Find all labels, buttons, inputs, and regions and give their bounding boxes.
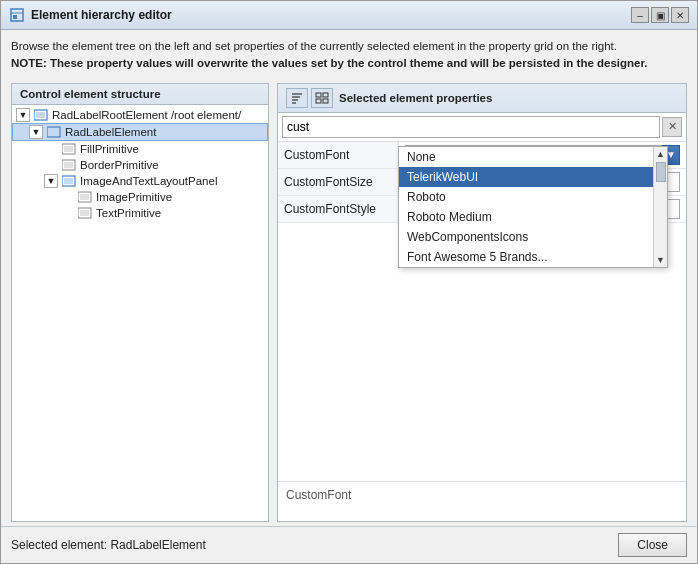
- title-bar-controls: – ▣ ✕: [631, 7, 689, 23]
- right-panel-header: Selected element properties: [278, 84, 686, 113]
- leaf-spacer-fill: [44, 142, 58, 156]
- svg-rect-10: [64, 162, 73, 168]
- icon-text: [77, 206, 93, 220]
- font-dropdown-overlay: None TelerikWebUI Roboto Roboto Medium W…: [398, 146, 668, 268]
- svg-rect-12: [64, 178, 73, 184]
- category-icon-btn[interactable]: [311, 88, 333, 108]
- tree-item-image[interactable]: ImagePrimitive: [12, 189, 268, 205]
- svg-rect-23: [316, 99, 321, 103]
- description-footer: CustomFont: [278, 481, 686, 521]
- search-clear-button[interactable]: ✕: [662, 117, 682, 137]
- description-line2: NOTE: These property values will overwri…: [11, 55, 687, 72]
- search-bar: ✕: [278, 113, 686, 142]
- description-line1: Browse the element tree on the left and …: [11, 38, 687, 55]
- selected-element-label: Selected element: RadLabelElement: [11, 538, 206, 552]
- right-panel: Selected element properties ✕ CustomFont…: [277, 83, 687, 523]
- tree-item-fill[interactable]: FillPrimitive: [12, 141, 268, 157]
- scroll-down-arrow[interactable]: ▼: [654, 253, 667, 267]
- minimize-button[interactable]: –: [631, 7, 649, 23]
- title-bar-title: Element hierarchy editor: [31, 8, 625, 22]
- dropdown-item-roboto[interactable]: Roboto: [399, 187, 667, 207]
- expand-root[interactable]: ▼: [16, 108, 30, 122]
- svg-rect-2: [13, 15, 17, 19]
- prop-name-customfont: CustomFont: [278, 142, 398, 169]
- tree-area[interactable]: ▼ RadLabelRootElement /root element/ ▼: [12, 105, 268, 522]
- expand-imagelayout[interactable]: ▼: [44, 174, 58, 188]
- maximize-button[interactable]: ▣: [651, 7, 669, 23]
- svg-rect-22: [323, 93, 328, 97]
- close-title-button[interactable]: ✕: [671, 7, 689, 23]
- tree-label-radlabel: RadLabelElement: [65, 126, 156, 138]
- scroll-up-arrow[interactable]: ▲: [654, 147, 667, 161]
- close-button[interactable]: Close: [618, 533, 687, 557]
- svg-rect-4: [36, 112, 45, 118]
- dropdown-item-webcomponents[interactable]: WebComponentsIcons: [399, 227, 667, 247]
- description-footer-text: CustomFont: [286, 488, 351, 502]
- leaf-spacer-border: [44, 158, 58, 172]
- dialog: Element hierarchy editor – ▣ ✕ Browse th…: [0, 0, 698, 564]
- tree-item-imagelayout[interactable]: ▼ ImageAndTextLayoutPanel: [12, 173, 268, 189]
- tree-label-border: BorderPrimitive: [80, 159, 159, 171]
- left-panel-header: Control element structure: [12, 84, 268, 105]
- icon-image: [77, 190, 93, 204]
- icon-radlabel: [46, 125, 62, 139]
- sort-icon-btn[interactable]: [286, 88, 308, 108]
- dropdown-item-none[interactable]: None: [399, 147, 667, 167]
- icon-root-element: [33, 108, 49, 122]
- leaf-spacer-image: [60, 190, 74, 204]
- leaf-spacer-text: [60, 206, 74, 220]
- svg-rect-21: [316, 93, 321, 97]
- dropdown-item-fontawesome[interactable]: Font Awesome 5 Brands...: [399, 247, 667, 267]
- icon-fill: [61, 142, 77, 156]
- tree-item-border[interactable]: BorderPrimitive: [12, 157, 268, 173]
- svg-rect-14: [80, 194, 89, 200]
- icon-imagelayout: [61, 174, 77, 188]
- prop-name-customfontstyle: CustomFontStyle: [278, 195, 398, 222]
- tree-label-imagelayout: ImageAndTextLayoutPanel: [80, 175, 217, 187]
- title-bar-icon: [9, 7, 25, 23]
- tree-item-radlabel[interactable]: ▼ RadLabelElement: [12, 123, 268, 141]
- dropdown-item-roboto-medium[interactable]: Roboto Medium: [399, 207, 667, 227]
- expand-radlabel[interactable]: ▼: [29, 125, 43, 139]
- left-panel: Control element structure ▼ RadLabelRoot…: [11, 83, 269, 523]
- content-area: Control element structure ▼ RadLabelRoot…: [1, 77, 697, 527]
- svg-rect-6: [49, 129, 58, 135]
- svg-rect-16: [80, 210, 89, 216]
- prop-name-customfontsize: CustomFontSize: [278, 168, 398, 195]
- title-bar: Element hierarchy editor – ▣ ✕: [1, 1, 697, 30]
- tree-label-fill: FillPrimitive: [80, 143, 139, 155]
- icon-border: [61, 158, 77, 172]
- dropdown-item-telerikwebui[interactable]: TelerikWebUI: [399, 167, 667, 187]
- tree-label-image: ImagePrimitive: [96, 191, 172, 203]
- search-input[interactable]: [282, 116, 660, 138]
- bottom-bar: Selected element: RadLabelElement Close: [1, 526, 697, 563]
- description-area: Browse the element tree on the left and …: [1, 30, 697, 77]
- header-icons: [286, 88, 333, 108]
- tree-item-text[interactable]: TextPrimitive: [12, 205, 268, 221]
- right-panel-title: Selected element properties: [339, 92, 678, 104]
- tree-item-root[interactable]: ▼ RadLabelRootElement /root element/: [12, 107, 268, 123]
- svg-rect-24: [323, 99, 328, 103]
- svg-rect-8: [64, 146, 73, 152]
- tree-label-text: TextPrimitive: [96, 207, 161, 219]
- tree-label-root: RadLabelRootElement /root element/: [52, 109, 241, 121]
- scroll-thumb: [656, 162, 666, 182]
